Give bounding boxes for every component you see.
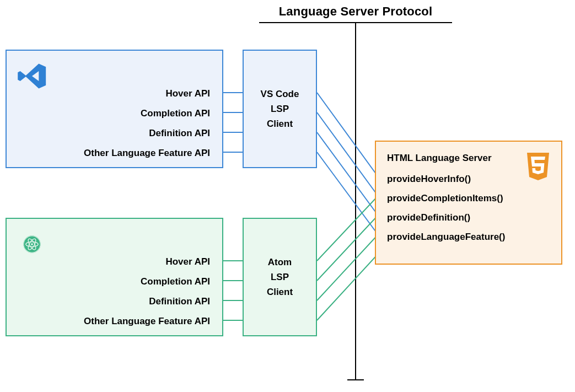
server-method: provideCompletionItems() xyxy=(387,193,550,212)
api-label: Completion API xyxy=(84,104,210,123)
vscode-api-list: Hover API Completion API Definition API … xyxy=(84,84,210,163)
protocol-axis-bottom xyxy=(347,379,364,380)
client-label-line: LSP xyxy=(244,101,316,116)
api-label: Definition API xyxy=(84,292,210,312)
atom-icon xyxy=(17,229,47,262)
vscode-editor-box: Hover API Completion API Definition API … xyxy=(6,50,223,168)
server-method-list: provideHoverInfo() provideCompletionItem… xyxy=(387,174,550,251)
atom-lsp-client-box: Atom LSP Client xyxy=(243,218,317,336)
diagram-title: Language Server Protocol xyxy=(259,4,452,19)
client-label-line: Client xyxy=(244,116,316,131)
html-language-server-box: HTML Language Server provideHoverInfo() … xyxy=(375,141,562,265)
client-label-line: LSP xyxy=(244,270,316,284)
server-method: provideDefinition() xyxy=(387,212,550,232)
server-method: provideLanguageFeature() xyxy=(387,232,550,251)
svg-point-21 xyxy=(31,243,33,245)
atom-api-list: Hover API Completion API Definition API … xyxy=(84,252,210,331)
vscode-lsp-client-box: VS Code LSP Client xyxy=(243,50,317,168)
html5-icon xyxy=(525,152,551,184)
client-label-line: Atom xyxy=(244,255,316,270)
api-label: Definition API xyxy=(84,123,210,143)
client-label-line: Client xyxy=(244,284,316,299)
api-label: Hover API xyxy=(84,84,210,104)
vscode-icon xyxy=(17,61,47,94)
client-label-line: VS Code xyxy=(244,87,316,101)
api-label: Completion API xyxy=(84,272,210,292)
api-label: Other Language Feature API xyxy=(84,143,210,163)
protocol-axis-vertical xyxy=(355,22,356,380)
atom-editor-box: Hover API Completion API Definition API … xyxy=(6,218,223,336)
api-label: Other Language Feature API xyxy=(84,312,210,331)
api-label: Hover API xyxy=(84,252,210,272)
